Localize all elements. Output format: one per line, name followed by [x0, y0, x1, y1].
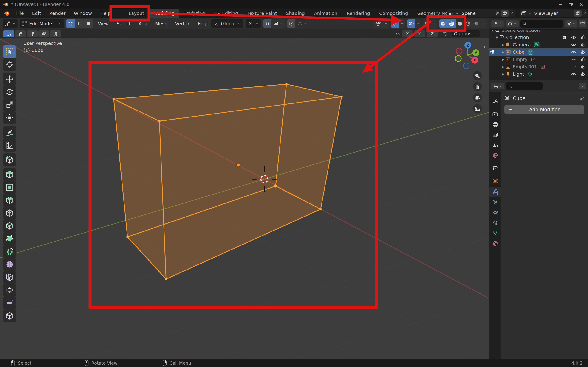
tool-rip-region[interactable] [3, 309, 16, 322]
select-mode-extend-button[interactable] [15, 30, 26, 37]
transform-orientation-dropdown[interactable]: Global [211, 19, 243, 28]
eye-open-icon[interactable] [571, 72, 576, 77]
camera-data-icon[interactable] [534, 42, 540, 48]
mirror-x-button[interactable]: X [402, 30, 413, 37]
new-viewlayer-button[interactable] [574, 10, 582, 17]
gizmo-options-chevron[interactable] [399, 19, 405, 28]
viewlayer-browse-icon[interactable] [521, 10, 527, 16]
breadcrumb-object-name[interactable]: Cube [513, 96, 577, 101]
shading-wireframe-button[interactable] [447, 19, 456, 28]
tool-inset-faces[interactable] [3, 181, 16, 194]
select-mode-set-button[interactable] [3, 30, 14, 37]
expand-icon[interactable]: ▶ [501, 73, 505, 76]
tab-scene[interactable] [489, 140, 501, 150]
menu-vertex[interactable]: Vertex [172, 21, 193, 26]
scene-name[interactable]: Scene [460, 10, 493, 16]
expand-icon[interactable]: ▼ [491, 30, 495, 32]
tab-output[interactable] [489, 119, 501, 130]
tool-options-dropdown[interactable]: Options [451, 30, 480, 37]
image-data-icon[interactable] [540, 64, 545, 69]
remove-viewlayer-icon[interactable] [583, 11, 587, 15]
minimize-button[interactable] [555, 1, 565, 8]
tool-smooth[interactable] [3, 258, 16, 271]
tab-shading[interactable]: Shading [282, 9, 309, 18]
empty-001-row[interactable]: ▶ Empty.001 [489, 63, 588, 70]
menu-file[interactable]: File [12, 9, 28, 18]
tab-compositing[interactable]: Compositing [375, 9, 413, 18]
tab-texture-paint[interactable]: Texture Paint [243, 9, 282, 18]
mesh-data-icon[interactable] [528, 49, 533, 55]
properties-editor-type-dropdown[interactable] [491, 83, 504, 90]
menu-select[interactable]: Select [113, 21, 134, 26]
camera-restrict-icon[interactable] [580, 42, 586, 48]
scene-browse-icon[interactable] [448, 10, 454, 16]
shading-solid-button[interactable] [456, 19, 464, 28]
scene-collection-row[interactable]: ▼ Scene Collection [489, 30, 588, 34]
camera-restrict-icon[interactable] [580, 72, 586, 77]
xray-chevron[interactable] [431, 19, 437, 28]
menu-add[interactable]: Add [136, 21, 150, 26]
viewlayer-name[interactable]: ViewLayer [533, 10, 573, 16]
pin-icon[interactable] [495, 11, 500, 16]
checkbox-icon[interactable] [562, 35, 567, 40]
pan-button[interactable] [473, 82, 482, 91]
face-select-button[interactable] [84, 19, 93, 28]
proportional-falloff-dropdown[interactable] [295, 19, 309, 28]
tool-bevel[interactable] [3, 194, 16, 207]
row-label[interactable]: Collection [506, 35, 529, 40]
show-gizmo-toggle[interactable] [391, 19, 399, 28]
chevron-down-icon[interactable] [528, 11, 531, 15]
object-types-chevron[interactable] [383, 19, 389, 28]
tab-object[interactable] [489, 176, 501, 186]
zoom-button[interactable] [473, 71, 482, 80]
properties-options-dropdown[interactable] [579, 83, 586, 90]
tool-rotate[interactable] [3, 85, 16, 98]
light-data-icon[interactable] [527, 71, 533, 77]
eye-closed-icon[interactable] [571, 57, 576, 62]
correct-face-attributes-toggle[interactable] [439, 30, 450, 37]
properties-search-input[interactable] [506, 82, 543, 90]
collection-row[interactable]: ▼ Collection [489, 34, 588, 41]
snap-target-dropdown[interactable] [271, 19, 285, 28]
menu-render[interactable]: Render [45, 9, 69, 18]
row-label[interactable]: Light [513, 71, 524, 77]
camera-restrict-icon[interactable] [580, 57, 586, 62]
select-mode-subtract-button[interactable] [27, 30, 38, 37]
shading-options-chevron[interactable] [481, 19, 486, 28]
mirror-z-button[interactable]: Z [427, 30, 438, 37]
chevron-down-icon[interactable] [455, 11, 459, 15]
new-collection-button[interactable] [579, 20, 586, 27]
edge-select-button[interactable] [75, 19, 84, 28]
tab-sculpting[interactable]: Sculpting [179, 9, 209, 18]
tab-animation[interactable]: Animation [309, 9, 342, 18]
tool-poly-build[interactable] [3, 232, 16, 245]
select-mode-difference-button[interactable] [38, 30, 49, 37]
editor-type-button[interactable] [3, 19, 18, 28]
eye-open-icon[interactable] [571, 42, 576, 48]
new-scene-button[interactable] [501, 10, 509, 17]
image-data-icon[interactable] [531, 57, 536, 62]
tool-knife[interactable] [3, 219, 16, 232]
menu-view[interactable]: View [95, 21, 112, 26]
toggle-xray-button[interactable] [439, 19, 447, 28]
tab-layout[interactable]: Layout [124, 9, 149, 18]
tab-particles[interactable] [489, 197, 501, 207]
blender-menu-icon[interactable] [3, 10, 10, 17]
row-label[interactable]: Camera [513, 42, 531, 48]
row-label[interactable]: Cube [513, 49, 525, 55]
expand-icon[interactable]: ▶ [501, 43, 505, 47]
add-modifier-button[interactable]: Add Modifier [504, 105, 584, 114]
vertex-select-button[interactable] [66, 19, 75, 28]
tab-modeling[interactable]: Modeling [149, 9, 179, 18]
show-object-types-dropdown[interactable] [373, 19, 383, 28]
menu-help[interactable]: Help [96, 9, 115, 18]
row-label[interactable]: Empty [513, 57, 527, 62]
pin-icon[interactable] [579, 96, 585, 101]
expand-icon[interactable]: ▶ [501, 58, 505, 61]
tab-material[interactable] [489, 238, 501, 248]
outliner-filter-type-dropdown[interactable] [506, 20, 519, 27]
light-row[interactable]: ▶ Light [489, 70, 588, 78]
tool-add-cube[interactable] [3, 153, 16, 166]
snap-toggle[interactable] [263, 19, 271, 28]
navigation-gizmo[interactable]: Z Y X [451, 40, 484, 70]
